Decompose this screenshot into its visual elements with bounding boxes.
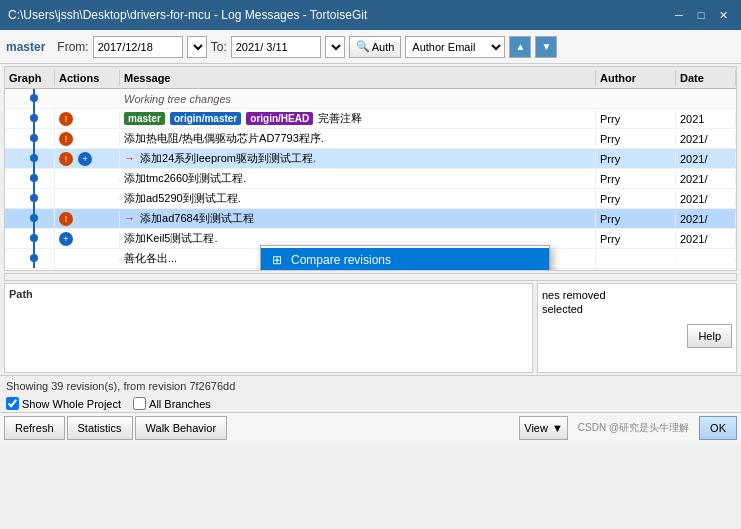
date-cell: 2021	[676, 112, 736, 126]
main-toolbar: master From: To: 🔍 Auth Author Email ▲ ▼	[0, 30, 741, 64]
from-date-dropdown[interactable]	[187, 36, 207, 58]
action-cell	[55, 178, 120, 180]
message-cell: master origin/master origin/HEAD 完善注释	[120, 110, 596, 127]
svg-point-1	[30, 94, 38, 102]
svg-point-9	[30, 174, 38, 182]
message-cell: → 添加ad7684到测试工程	[120, 210, 596, 227]
date-cell: 2021/	[676, 212, 736, 226]
col-header-date: Date	[676, 70, 736, 86]
menu-label: Compare revisions	[291, 253, 391, 267]
log-row[interactable]: ! master origin/master origin/HEAD 完善注释 …	[5, 109, 736, 129]
col-header-actions: Actions	[55, 70, 120, 86]
up-arrow-button[interactable]: ▲	[509, 36, 531, 58]
action-cell: !	[55, 111, 120, 127]
bottom-section: Path nes removed selected Help	[4, 283, 737, 373]
author-cell	[596, 258, 676, 260]
log-rows: Working tree changes ! master origin/mas…	[5, 89, 736, 270]
date-cell: 2021/	[676, 132, 736, 146]
options-area: Show Whole Project All Branches	[0, 395, 741, 412]
action-cell	[55, 198, 120, 200]
action-cell: !	[55, 131, 120, 147]
action-cell: !	[55, 211, 120, 227]
col-header-message: Message	[120, 70, 596, 86]
menu-item-compare-revisions[interactable]: ⊞ Compare revisions	[261, 248, 549, 271]
status-text: Showing 39 revision(s), from revision 7f…	[6, 380, 235, 392]
stats-panel: nes removed selected Help	[537, 283, 737, 373]
warn-icon: !	[59, 112, 73, 126]
action-cell: ! +	[55, 151, 120, 167]
refresh-button[interactable]: Refresh	[4, 416, 65, 440]
compare-icon: ⊞	[269, 252, 285, 268]
author-cell: Prry	[596, 212, 676, 226]
date-cell: 2021/	[676, 152, 736, 166]
title-bar: C:\Users\jssh\Desktop\drivers-for-mcu - …	[0, 0, 741, 30]
log-row[interactable]: ! + → 添加24系列leeprom驱动到测试工程. Prry 2021/	[5, 149, 736, 169]
minimize-button[interactable]: ─	[669, 5, 689, 25]
statistics-button[interactable]: Statistics	[67, 416, 133, 440]
help-button[interactable]: Help	[687, 324, 732, 348]
path-panel: Path	[4, 283, 533, 373]
status-bar: Showing 39 revision(s), from revision 7f…	[0, 375, 741, 395]
svg-point-11	[30, 194, 38, 202]
svg-point-3	[30, 114, 38, 122]
author-cell: Prry	[596, 172, 676, 186]
from-label: From:	[57, 40, 88, 54]
window-title: C:\Users\jssh\Desktop\drivers-for-mcu - …	[8, 8, 367, 22]
message-cell: 添加tmc2660到测试工程.	[120, 170, 596, 187]
auth-button[interactable]: 🔍 Auth	[349, 36, 402, 58]
message-cell: 添加热电阻/热电偶驱动芯片AD7793程序.	[120, 130, 596, 147]
warn-icon: !	[59, 132, 73, 146]
log-header: Graph Actions Message Author Date	[5, 67, 736, 89]
date-cell: 2021/	[676, 172, 736, 186]
badge-master: master	[124, 112, 165, 125]
date-cell	[676, 258, 736, 260]
all-branches-option[interactable]: All Branches	[133, 397, 211, 410]
log-area: Graph Actions Message Author Date Workin…	[4, 66, 737, 271]
log-row[interactable]: ! → 添加ad7684到测试工程 Prry 2021/	[5, 209, 736, 229]
to-date-dropdown[interactable]	[325, 36, 345, 58]
bottom-toolbar: Refresh Statistics Walk Behavior View ▼ …	[0, 412, 741, 442]
author-cell: Prry	[596, 152, 676, 166]
author-email-dropdown[interactable]: Author Email	[405, 36, 505, 58]
to-date-input[interactable]	[231, 36, 321, 58]
selected-label: selected	[542, 303, 583, 315]
log-row[interactable]: 添加tmc2660到测试工程. Prry 2021/	[5, 169, 736, 189]
show-whole-project-option[interactable]: Show Whole Project	[6, 397, 121, 410]
svg-point-15	[30, 234, 38, 242]
arrow-indicator: →	[124, 152, 135, 164]
branch-label: master	[6, 40, 45, 54]
show-whole-project-checkbox[interactable]	[6, 397, 19, 410]
graph-cell	[5, 247, 55, 271]
down-arrow-button[interactable]: ▼	[535, 36, 557, 58]
stats-row-selected: selected	[542, 302, 732, 316]
all-branches-label: All Branches	[149, 398, 211, 410]
view-label: View	[524, 422, 548, 434]
svg-point-5	[30, 134, 38, 142]
to-label: To:	[211, 40, 227, 54]
action-cell	[55, 258, 120, 260]
add-icon: +	[59, 232, 73, 246]
all-branches-checkbox[interactable]	[133, 397, 146, 410]
view-dropdown[interactable]: View ▼	[519, 416, 568, 440]
author-cell: Prry	[596, 192, 676, 206]
author-cell: Prry	[596, 112, 676, 126]
close-button[interactable]: ✕	[713, 5, 733, 25]
author-cell: Prry	[596, 232, 676, 246]
warn-icon: !	[59, 212, 73, 226]
log-row[interactable]: ! 添加热电阻/热电偶驱动芯片AD7793程序. Prry 2021/	[5, 129, 736, 149]
path-label: Path	[9, 288, 528, 300]
svg-point-17	[30, 254, 38, 262]
svg-point-13	[30, 214, 38, 222]
badge-origin-head: origin/HEAD	[246, 112, 313, 125]
ok-button[interactable]: OK	[699, 416, 737, 440]
walk-behavior-button[interactable]: Walk Behavior	[135, 416, 228, 440]
from-date-input[interactable]	[93, 36, 183, 58]
lines-removed-label: nes removed	[542, 289, 606, 301]
show-whole-project-label: Show Whole Project	[22, 398, 121, 410]
search-icon: 🔍	[356, 40, 370, 53]
author-cell: Prry	[596, 132, 676, 146]
maximize-button[interactable]: □	[691, 5, 711, 25]
log-row[interactable]: 添加ad5290到测试工程. Prry 2021/	[5, 189, 736, 209]
horizontal-scrollbar[interactable]	[4, 273, 737, 281]
working-tree-row: Working tree changes	[5, 89, 736, 109]
